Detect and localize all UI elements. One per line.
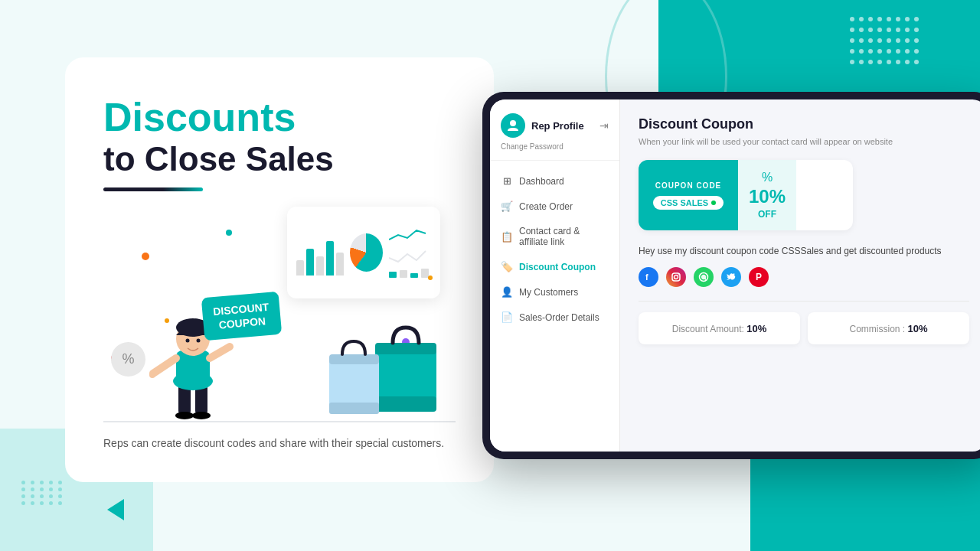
logout-icon[interactable]: ⇥ [599,119,609,132]
discount-label: Discount Amount: [672,324,746,334]
app-sidebar: Rep Profile ⇥ Change Password ⊞ Dashboar… [490,99,620,452]
dots-pattern-top-right [848,15,919,66]
confetti-dot [226,230,232,236]
customers-icon: 👤 [501,286,513,298]
whatsapp-icon[interactable] [694,267,714,287]
divider [639,301,969,302]
confetti-dot [428,276,433,280]
svg-point-6 [175,412,194,419]
description-text: Reps can create discount codes and share… [103,435,456,452]
coupon-code-label: COUPON CODE [655,181,722,190]
svg-rect-2 [410,273,418,278]
triangle-decoration [107,499,124,520]
svg-point-15 [186,338,190,342]
nav-label-dashboard: Dashboard [519,176,564,187]
profile-section: Rep Profile ⇥ Change Password [490,99,619,161]
stats-row: Discount Amount: 10% Commission : 10% [639,312,969,344]
change-password-link[interactable]: Change Password [501,142,609,151]
nav-item-discount-coupon[interactable]: 🏷️ Discount Coupon [490,254,619,279]
discount-coupon-icon: 🏷️ [501,261,513,272]
coupon-left-section: COUPON CODE CSS SALES [639,160,738,230]
share-text: Hey use my discount coupon code CSSSales… [639,244,969,258]
line-chart-svg-2 [389,246,431,266]
sales-order-icon: 📄 [501,311,513,323]
nav-label-create-order: Create Order [519,201,573,212]
nav-label-contact-card: Contact card & affiliate link [519,226,609,247]
nav-label-my-customers: My Customers [519,287,578,298]
svg-rect-12 [149,372,155,378]
percent-icon: % [762,171,773,184]
facebook-icon[interactable]: f [639,267,658,287]
nav-item-dashboard[interactable]: ⊞ Dashboard [490,168,619,194]
coupon-card: COUPON CODE CSS SALES % 10% OFF [639,160,853,230]
pinterest-icon[interactable]: P [749,267,769,287]
off-label: OFF [758,209,776,220]
coupon-code-value: CSS SALES [661,198,708,207]
cart-icon: 🛒 [501,201,513,212]
svg-point-26 [675,276,678,279]
dashboard-icon: ⊞ [501,175,513,187]
svg-point-16 [197,338,201,342]
discount-stat-value: 10% [746,323,766,334]
svg-rect-0 [389,272,397,278]
instagram-icon[interactable] [666,267,686,287]
headline-close-sales: to Close Sales [103,139,456,180]
coupon-sign-illustration: DISCOUNT COUPON [201,292,283,341]
twitter-icon[interactable] [721,267,741,287]
line-chart-svg-1 [389,224,431,243]
svg-rect-22 [329,403,379,414]
headline-discounts: Discounts [103,96,456,139]
tablet-mockup: Rep Profile ⇥ Change Password ⊞ Dashboar… [482,92,980,459]
page-subtitle: When your link will be used your contact… [639,137,969,146]
main-content-panel: Discount Coupon When your link will be u… [620,99,980,452]
coupon-code-badge: CSS SALES [653,196,724,210]
shopping-bag-light [325,335,383,422]
svg-line-11 [210,347,230,358]
svg-rect-1 [400,270,407,278]
nav-item-sales-order[interactable]: 📄 Sales-Order Details [490,305,619,330]
svg-text:f: f [645,272,648,282]
nav-label-sales-order: Sales-Order Details [519,312,599,323]
bar-chart-mini [296,230,344,276]
left-content-card: Discounts to Close Sales [65,57,494,482]
social-icons-row: f P [639,267,969,287]
commission-label: Commission : [849,324,907,334]
contact-card-icon: 📋 [501,231,513,243]
page-title: Discount Coupon [639,116,969,132]
dots-pattern-bottom-left [21,481,64,505]
svg-point-7 [192,412,211,419]
ground-line [103,421,456,422]
commission-box: Commission : 10% [808,312,969,344]
discount-amount-box: Discount Amount: 10% [639,312,800,344]
nav-item-create-order[interactable]: 🛒 Create Order [490,194,619,219]
dashboard-widget-illustration [287,207,440,298]
coupon-right-section: % 10% OFF [738,160,796,230]
svg-line-10 [153,358,176,373]
pie-chart-mini [350,233,383,272]
line-charts-mini [389,224,431,280]
svg-point-23 [510,120,516,126]
avatar [501,113,525,138]
svg-rect-21 [329,354,379,364]
illustration-area: DISCOUNT COUPON [103,207,456,422]
svg-point-27 [678,274,679,276]
tablet-screen: Rep Profile ⇥ Change Password ⊞ Dashboar… [490,99,980,452]
nav-item-my-customers[interactable]: 👤 My Customers [490,279,619,305]
discount-value: 10% [749,186,786,207]
nav-item-contact-card[interactable]: 📋 Contact card & affiliate link [490,219,619,254]
confetti-dot [142,253,149,260]
headline-underline [103,187,203,191]
svg-text:P: P [756,272,762,282]
profile-name: Rep Profile [531,120,584,132]
nav-items-list: ⊞ Dashboard 🛒 Create Order 📋 Contact car… [490,161,619,452]
svg-rect-18 [375,343,436,354]
active-indicator [711,201,716,205]
discount-badge-illustration: % [111,342,145,377]
commission-stat-value: 10% [907,323,927,334]
svg-rect-19 [375,396,436,412]
bar-chart-svg [389,269,431,280]
nav-label-discount-coupon: Discount Coupon [519,262,596,272]
